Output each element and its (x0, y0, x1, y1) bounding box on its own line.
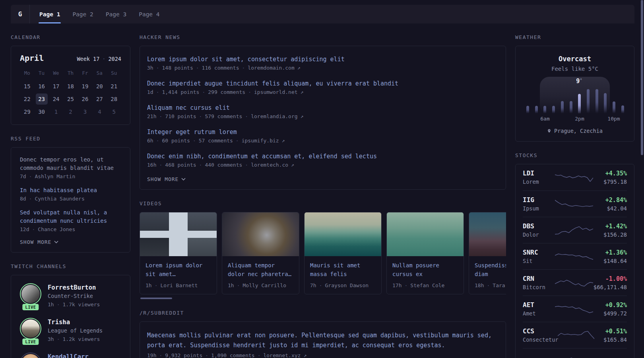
calendar-day[interactable]: 22 (20, 93, 34, 106)
hn-comments[interactable]: 440 comments (205, 162, 242, 168)
calendar-day[interactable]: 27 (92, 93, 107, 106)
video-thumbnail[interactable] (140, 212, 217, 256)
video-title[interactable]: Lorem ipsum dolor sit amet consectetur a… (145, 261, 211, 278)
live-badge: LIVE (22, 339, 39, 345)
video-card[interactable]: Lorem ipsum dolor sit amet consectetur a… (140, 212, 217, 294)
hn-comments[interactable]: 57 comments (199, 138, 233, 144)
carousel-scrollbar-thumb[interactable] (140, 298, 172, 299)
calendar-day-next-month[interactable]: 5 (107, 106, 121, 119)
calendar-day[interactable]: 18 (63, 81, 78, 93)
video-author[interactable]: Molly Carrillo (242, 282, 286, 288)
dot-separator: · (236, 138, 239, 144)
hn-domain[interactable]: ipsumify.biz (242, 138, 279, 144)
calendar-day[interactable]: 28 (107, 93, 121, 106)
video-thumbnail[interactable] (305, 212, 381, 256)
stock-row[interactable]: SNRC Sit +1.36% $148.64 (523, 243, 627, 269)
right-column: WEATHER Overcast Feels like 5°C 9° 6am 2… (515, 23, 634, 358)
twitch-channel-row[interactable]: LIVE Trisha League of Legends 3h · 1.2k … (20, 318, 121, 342)
hackernews-show-more-button[interactable]: SHOW MORE (147, 176, 186, 182)
hn-domain[interactable]: loremtech.co (251, 162, 288, 168)
calendar-day[interactable]: 24 (49, 93, 63, 106)
stock-row[interactable]: DBS Dolor +1.42% $156.28 (523, 217, 627, 243)
hackernews-item-title[interactable]: Integer eget rutrum lorem (147, 128, 499, 136)
calendar-day-next-month[interactable]: 4 (92, 106, 107, 119)
video-thumbnail[interactable] (469, 212, 506, 256)
hackernews-item-title[interactable]: Lorem ipsum dolor sit amet, consectetur … (147, 55, 499, 64)
video-thumbnail[interactable] (387, 212, 464, 256)
tab-page-1[interactable]: Page 1 (39, 5, 61, 23)
rss-show-more-button[interactable]: SHOW MORE (20, 239, 58, 245)
calendar-day[interactable]: 16 (34, 81, 48, 93)
video-title[interactable]: Mauris sit amet massa felis (310, 261, 376, 278)
hn-domain[interactable]: loremlandia.org (251, 113, 297, 119)
hn-comments[interactable]: 299 comments (208, 89, 245, 95)
stock-row[interactable]: AET Amet +0.92% $499.72 (523, 296, 627, 322)
video-meta: 1h · Molly Carrillo (228, 282, 293, 288)
calendar-day[interactable]: 20 (92, 81, 107, 93)
video-title[interactable]: Suspendisse sodales diam (475, 261, 506, 278)
tab-page-4[interactable]: Page 4 (138, 5, 160, 23)
subreddit-post-title[interactable]: Maecenas mollis pulvinar erat non posuer… (147, 331, 499, 350)
calendar-day[interactable]: 30 (34, 106, 48, 119)
stock-row[interactable]: CCS Consectetur +0.51% $165.84 (523, 322, 627, 348)
post-domain[interactable]: loremnet.xyz (263, 352, 301, 358)
hn-domain[interactable]: loremdomain.com (248, 65, 294, 71)
tab-page-3[interactable]: Page 3 (105, 5, 127, 23)
video-card[interactable]: Nullam posuere cursus ex 17h · Stefan Co… (386, 212, 464, 294)
stock-row[interactable]: AHS +0.46% (523, 348, 627, 358)
external-link-icon: ↗ (282, 138, 285, 144)
video-card[interactable]: Mauris sit amet massa felis 7h · Grayson… (304, 212, 382, 294)
video-title[interactable]: Aliquam tempor dolor nec pharetra magna (228, 261, 293, 278)
calendar-day[interactable]: 25 (63, 93, 78, 106)
rss-item-title[interactable]: Donec tempor eros leo, ut commodo mauris… (20, 156, 121, 172)
hn-domain[interactable]: ipsumworld.net (254, 89, 298, 95)
tab-page-2[interactable]: Page 2 (72, 5, 94, 23)
video-author[interactable]: Lori Barnett (160, 282, 198, 288)
twitch-channel-row[interactable]: LIVE ForrestBurton Counter-Strike 1h · 1… (20, 283, 121, 307)
twitch-channel-row[interactable]: KendallCarr (20, 352, 121, 358)
hackernews-item-title[interactable]: Donec enim nibh, condimentum et accumsan… (147, 152, 499, 161)
video-author[interactable]: Tara (493, 282, 505, 288)
calendar-day[interactable]: 29 (20, 106, 34, 119)
calendar-day[interactable]: 26 (78, 93, 92, 106)
twitch-channel-name[interactable]: Trisha (48, 318, 103, 327)
twitch-channel-name[interactable]: ForrestBurton (48, 283, 100, 292)
rss-item-author: Cynthia Saunders (35, 196, 84, 202)
calendar-day-next-month[interactable]: 3 (78, 106, 92, 119)
hn-comments[interactable]: 116 comments (202, 65, 239, 71)
hn-comments[interactable]: 579 comments (205, 113, 242, 119)
calendar-day[interactable]: 19 (78, 81, 92, 93)
rss-item-title[interactable]: In hac habitasse platea (20, 186, 121, 195)
calendar-day[interactable]: 21 (107, 81, 121, 93)
post-comments[interactable]: 1,090 comments (211, 352, 255, 358)
page-scrollbar-thumb[interactable] (641, 0, 643, 155)
stock-row[interactable]: IIG Ipsum +2.84% $42.04 (523, 191, 627, 217)
page-scrollbar[interactable] (641, 0, 644, 358)
hackernews-item-title[interactable]: Aliquam nec cursus elit (147, 103, 499, 112)
rss-item-age: 12d (20, 226, 29, 232)
calendar-day[interactable]: 17 (49, 81, 63, 93)
stock-values: +4.35% $795.18 (593, 169, 627, 186)
hackernews-item: Donec imperdiet augue tincidunt felis al… (147, 79, 499, 95)
app-logo[interactable]: G (11, 5, 30, 23)
calendar-day[interactable]: 15 (20, 81, 34, 93)
stock-row[interactable]: LDI Lorem +4.35% $795.18 (523, 164, 627, 191)
rss-item-age: 8d (20, 196, 26, 202)
video-thumbnail[interactable] (222, 212, 299, 256)
video-author[interactable]: Stefan Cole (410, 282, 444, 288)
twitch-channel-game[interactable]: League of Legends (48, 327, 103, 335)
video-card[interactable]: Aliquam tempor dolor nec pharetra magna … (222, 212, 299, 294)
calendar-day-next-month[interactable]: 1 (49, 106, 63, 119)
calendar-day-selected[interactable]: 23 (34, 93, 48, 106)
twitch-channel-name[interactable]: KendallCarr (48, 352, 89, 358)
dot-separator: · (248, 89, 251, 95)
hackernews-item-title[interactable]: Donec imperdiet augue tincidunt felis al… (147, 79, 499, 88)
rss-item-title[interactable]: Sed volutpat nulla nisl, a condimentum n… (20, 208, 121, 225)
video-author[interactable]: Grayson Dawson (325, 282, 369, 288)
video-card[interactable]: Suspendisse sodales diam 18h · Tara (469, 212, 506, 294)
twitch-channel-game[interactable]: Counter-Strike (48, 292, 100, 300)
video-title[interactable]: Nullam posuere cursus ex (392, 261, 458, 278)
hn-points: 60 points (162, 138, 190, 144)
calendar-day-next-month[interactable]: 2 (63, 106, 78, 119)
stock-row[interactable]: CRN Bitcorn -1.00% $66,171.48 (523, 269, 627, 296)
